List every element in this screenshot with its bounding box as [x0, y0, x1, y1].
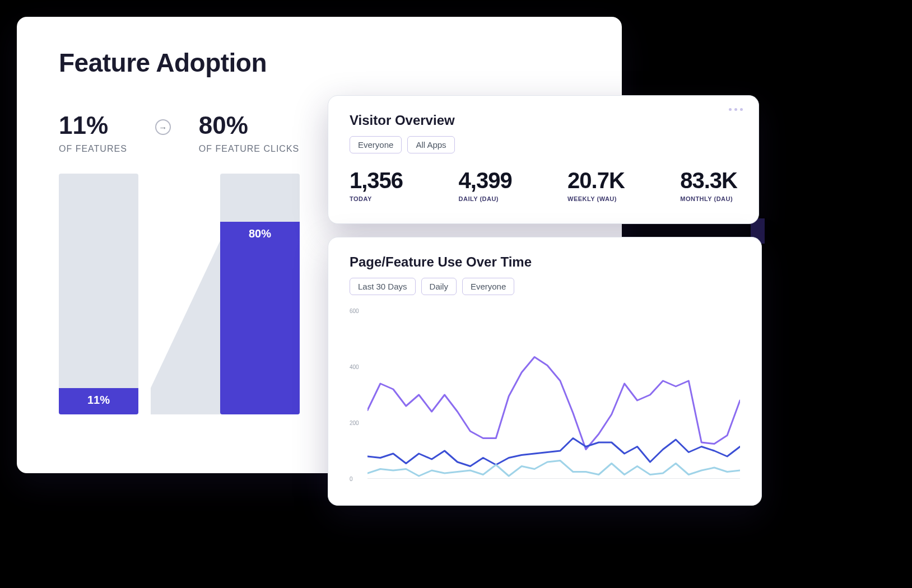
feature-adoption-title: Feature Adoption — [59, 48, 580, 78]
metric-value: 83.3K — [680, 168, 737, 193]
visitor-overview-title: Visitor Overview — [350, 113, 737, 128]
bar-of-features: 11% — [59, 174, 138, 414]
stat-value: 80% — [199, 111, 299, 139]
visitor-metrics-row: 1,356 TODAY 4,399 DAILY (DAU) 20.7K WEEK… — [350, 168, 737, 202]
metric-label: DAILY (DAU) — [459, 195, 512, 202]
bar-fill-label: 80% — [249, 227, 271, 240]
ytick: 600 — [350, 308, 359, 314]
bar-wedge — [151, 174, 208, 414]
svg-marker-0 — [151, 222, 229, 414]
stat-label: OF FEATURE CLICKS — [199, 144, 299, 154]
ytick: 0 — [350, 476, 353, 482]
metric-dau: 4,399 DAILY (DAU) — [459, 168, 512, 202]
filter-daily[interactable]: Daily — [421, 278, 457, 295]
stat-value: 11% — [59, 111, 127, 139]
filter-last-30-days[interactable]: Last 30 Days — [350, 278, 416, 295]
metric-mau: 83.3K MONTHLY (DAU) — [680, 168, 737, 202]
feature-adoption-bars: 11% 80% — [59, 174, 300, 414]
metric-label: MONTHLY (DAU) — [680, 195, 737, 202]
metric-today: 1,356 TODAY — [350, 168, 403, 202]
metric-wau: 20.7K WEEKLY (WAU) — [567, 168, 625, 202]
visitor-overview-filters: Everyone All Apps — [350, 136, 737, 153]
bar-fill: 80% — [220, 222, 300, 414]
arrow-icon-wrap: → — [155, 111, 171, 143]
stat-of-feature-clicks: 80% OF FEATURE CLICKS — [199, 111, 299, 154]
bar-fill: 11% — [59, 388, 138, 414]
arrow-right-icon: → — [155, 119, 171, 135]
filter-all-apps[interactable]: All Apps — [407, 136, 454, 153]
metric-value: 1,356 — [350, 168, 403, 193]
metric-value: 4,399 — [459, 168, 512, 193]
filter-everyone[interactable]: Everyone — [350, 136, 402, 153]
usage-title: Page/Feature Use Over Time — [350, 254, 740, 270]
bar-of-feature-clicks: 80% — [220, 174, 300, 414]
more-menu-icon[interactable] — [729, 108, 743, 111]
stat-label: OF FEATURES — [59, 144, 127, 154]
stat-of-features: 11% OF FEATURES — [59, 111, 127, 154]
filter-everyone[interactable]: Everyone — [462, 278, 514, 295]
visitor-overview-card: Visitor Overview Everyone All Apps 1,356… — [328, 95, 759, 224]
metric-value: 20.7K — [567, 168, 625, 193]
ytick: 200 — [350, 420, 359, 426]
ytick: 400 — [350, 364, 359, 370]
metric-label: WEEKLY (WAU) — [567, 195, 625, 202]
usage-filters: Last 30 Days Daily Everyone — [350, 278, 740, 295]
usage-over-time-card: Page/Feature Use Over Time Last 30 Days … — [328, 237, 762, 506]
metric-label: TODAY — [350, 195, 403, 202]
usage-line-chart: 6004002000 — [367, 311, 740, 479]
bar-fill-label: 11% — [87, 394, 110, 407]
